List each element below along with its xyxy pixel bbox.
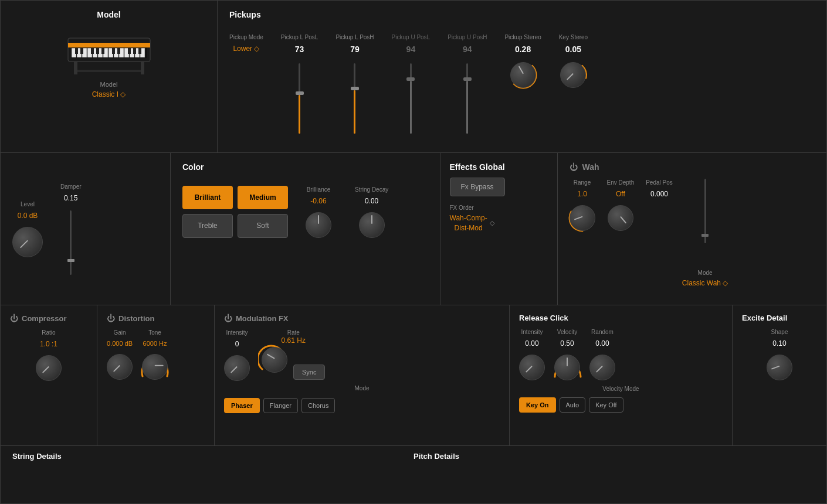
wah-power-icon[interactable]: ⏻ <box>570 162 578 172</box>
wah-env-depth-knob[interactable] <box>608 205 633 231</box>
modulation-intensity-knob[interactable] <box>224 355 250 381</box>
damper-control: Damper 0.15 <box>60 183 82 275</box>
distortion-gain-knob[interactable] <box>107 354 133 380</box>
wah-range-knob-inner[interactable] <box>570 205 595 231</box>
svg-rect-20 <box>96 48 99 54</box>
btn-flanger[interactable]: Flanger <box>263 398 298 413</box>
btn-key-on[interactable]: Key On <box>519 397 556 413</box>
compressor-ratio-knob-inner[interactable] <box>36 355 62 381</box>
fx-order-value-container[interactable]: Wah-Comp-Dist-Mod ◇ <box>450 213 548 233</box>
damper-slider[interactable] <box>70 210 72 275</box>
btn-soft[interactable]: Soft <box>238 214 288 239</box>
distortion-tone-knob[interactable] <box>142 354 168 380</box>
svg-rect-17 <box>75 48 78 54</box>
release-intensity-control: Intensity 0.00 <box>519 328 545 380</box>
excite-detail-title: Excite Detail <box>742 314 787 322</box>
wah-pedal-slider[interactable] <box>704 179 706 261</box>
compressor-panel: ⏻ Compressor Ratio 1.0 :1 <box>1 305 97 445</box>
pickup-l-posl-slider[interactable] <box>299 57 300 139</box>
release-intensity-knob-inner[interactable] <box>519 355 545 380</box>
distortion-panel: ⏻ Distortion Gain 0.000 dB Tone 6000 Hz <box>97 305 215 445</box>
compressor-ratio-control: Ratio 1.0 :1 <box>10 329 87 381</box>
release-velocity-knob[interactable] <box>554 355 580 380</box>
pickup-u-posl-slider[interactable] <box>410 57 412 139</box>
modulation-intensity-knob-inner[interactable] <box>224 355 250 381</box>
svg-rect-28 <box>141 62 144 74</box>
pickup-stereo-knob-inner[interactable] <box>510 62 536 88</box>
distortion-gain-label: Gain <box>113 329 126 336</box>
model-title: Model <box>10 10 208 19</box>
model-value[interactable]: Classic I ◇ <box>92 90 126 98</box>
excite-shape-knob[interactable] <box>767 355 792 380</box>
distortion-gain-knob-inner[interactable] <box>107 354 133 380</box>
brilliance-knob[interactable] <box>306 212 331 238</box>
model-selector[interactable]: Model Classic I ◇ <box>92 81 126 98</box>
pickup-l-posh-label: Pickup L PosH <box>335 33 374 41</box>
modulation-title: Modulation FX <box>236 314 289 323</box>
wah-range-value: 1.0 <box>577 190 587 198</box>
distortion-tone-knob-inner[interactable] <box>142 354 168 380</box>
pickup-u-posh-slider[interactable] <box>466 57 468 139</box>
compressor-ratio-knob[interactable] <box>36 355 62 381</box>
svg-rect-22 <box>112 48 115 54</box>
level-control: Level 0.0 dB <box>12 200 43 257</box>
btn-brilliant[interactable]: Brilliant <box>182 186 233 209</box>
btn-medium[interactable]: Medium <box>238 186 288 209</box>
btn-chorus[interactable]: Chorus <box>301 398 335 413</box>
brilliance-knob-inner[interactable] <box>306 212 331 238</box>
release-intensity-value: 0.00 <box>525 339 538 348</box>
velocity-mode-buttons: Key On Auto Key Off <box>519 397 723 413</box>
sync-button[interactable]: Sync <box>293 365 325 380</box>
wah-range-control: Range 1.0 <box>570 179 595 231</box>
distortion-gain-control: Gain 0.000 dB <box>107 329 133 380</box>
excite-shape-knob-inner[interactable] <box>767 355 792 380</box>
key-stereo-knob[interactable] <box>560 62 586 88</box>
modulation-header: ⏻ Modulation FX <box>224 314 500 323</box>
modulation-rate-knob-inner[interactable] <box>262 347 287 373</box>
modulation-rate-knob[interactable] <box>262 347 287 373</box>
string-decay-knob[interactable] <box>359 212 385 238</box>
pickup-stereo-knob[interactable] <box>510 62 536 88</box>
wah-mode-value[interactable]: Classic Wah ◇ <box>682 279 728 287</box>
level-knob[interactable] <box>12 227 43 257</box>
level-knob-inner[interactable] <box>12 227 43 257</box>
modulation-intensity-control: Intensity 0 <box>224 329 250 381</box>
pickup-mode-value[interactable]: Lower ◇ <box>233 45 259 53</box>
pickup-stereo-control: Pickup Stereo 0.28 <box>504 33 541 88</box>
pickups-panel: Pickups Pickup Mode Lower ◇ Pickup L Pos… <box>218 1 826 152</box>
wah-range-knob[interactable] <box>570 205 595 231</box>
wah-panel: ⏻ Wah Range 1.0 Env Depth <box>558 153 827 305</box>
key-stereo-control: Key Stereo 0.05 <box>559 33 588 88</box>
pickup-u-posl-control: Pickup U PosL 94 <box>392 33 431 139</box>
distortion-power-icon[interactable]: ⏻ <box>107 314 115 323</box>
fx-bypass-button[interactable]: Fx Bypass <box>450 178 505 196</box>
btn-auto[interactable]: Auto <box>560 397 586 413</box>
btn-key-off[interactable]: Key Off <box>589 397 623 413</box>
distortion-tone-control: Tone 6000 Hz <box>142 329 168 380</box>
velocity-mode-section: Velocity Mode Key On Auto Key Off <box>519 385 723 413</box>
svg-rect-23 <box>117 48 120 54</box>
compressor-ratio-value: 1.0 :1 <box>40 340 57 348</box>
release-random-knob-inner[interactable] <box>589 355 615 380</box>
modulation-rate-sync-row: Sync <box>262 347 325 380</box>
modulation-power-icon[interactable]: ⏻ <box>224 314 232 323</box>
btn-phaser[interactable]: Phaser <box>224 398 260 413</box>
wah-env-depth-knob-inner[interactable] <box>608 205 633 231</box>
release-velocity-knob-inner[interactable] <box>554 355 580 380</box>
string-decay-knob-inner[interactable] <box>359 212 385 238</box>
level-value: 0.0 dB <box>18 212 38 220</box>
release-intensity-label: Intensity <box>521 328 543 336</box>
pickup-l-posh-value: 79 <box>350 45 360 54</box>
key-stereo-knob-inner[interactable] <box>560 62 586 88</box>
svg-rect-18 <box>80 48 83 54</box>
release-intensity-knob[interactable] <box>519 355 545 380</box>
compressor-power-icon[interactable]: ⏻ <box>10 314 18 323</box>
distortion-tone-value: 6000 Hz <box>143 340 167 347</box>
modulation-rate-label: Rate <box>287 329 300 336</box>
release-random-knob[interactable] <box>589 355 615 380</box>
btn-treble[interactable]: Treble <box>182 214 233 239</box>
string-details-panel: String Details <box>12 452 414 498</box>
pickup-u-posl-value: 94 <box>406 45 416 54</box>
fx-order-value[interactable]: Wah-Comp-Dist-Mod <box>450 213 487 233</box>
pickup-l-posh-slider[interactable] <box>354 57 355 139</box>
